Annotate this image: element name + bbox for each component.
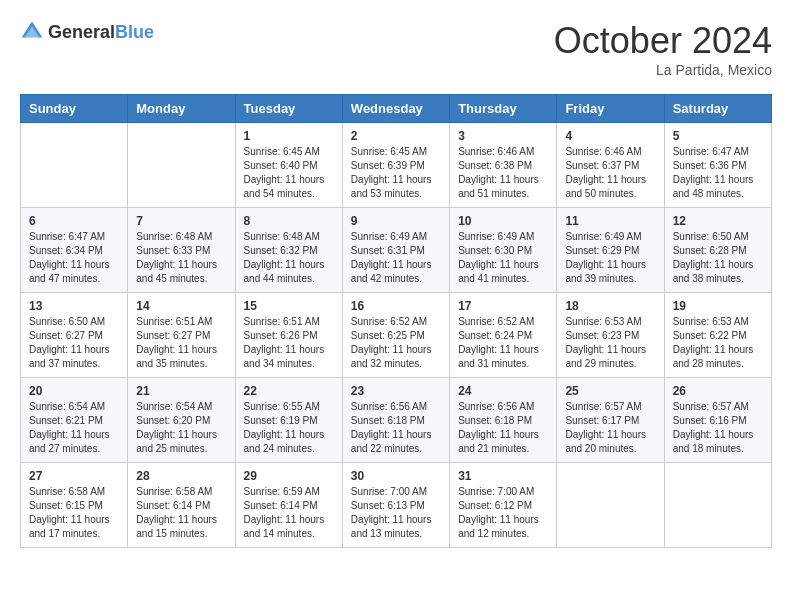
logo-blue-text: Blue [115,22,154,42]
day-info: Sunrise: 6:53 AM Sunset: 6:22 PM Dayligh… [673,315,763,371]
day-number: 7 [136,214,226,228]
day-number: 11 [565,214,655,228]
day-number: 28 [136,469,226,483]
calendar-cell: 1Sunrise: 6:45 AM Sunset: 6:40 PM Daylig… [235,123,342,208]
day-info: Sunrise: 6:48 AM Sunset: 6:33 PM Dayligh… [136,230,226,286]
day-number: 16 [351,299,441,313]
day-number: 3 [458,129,548,143]
day-number: 25 [565,384,655,398]
day-info: Sunrise: 6:47 AM Sunset: 6:36 PM Dayligh… [673,145,763,201]
calendar-cell: 31Sunrise: 7:00 AM Sunset: 6:12 PM Dayli… [450,463,557,548]
calendar-cell: 7Sunrise: 6:48 AM Sunset: 6:33 PM Daylig… [128,208,235,293]
title-block: October 2024 La Partida, Mexico [554,20,772,78]
day-info: Sunrise: 6:53 AM Sunset: 6:23 PM Dayligh… [565,315,655,371]
calendar-cell: 12Sunrise: 6:50 AM Sunset: 6:28 PM Dayli… [664,208,771,293]
weekday-header-wednesday: Wednesday [342,95,449,123]
day-number: 5 [673,129,763,143]
day-number: 26 [673,384,763,398]
logo-general-text: General [48,22,115,42]
weekday-header-row: SundayMondayTuesdayWednesdayThursdayFrid… [21,95,772,123]
day-info: Sunrise: 7:00 AM Sunset: 6:12 PM Dayligh… [458,485,548,541]
calendar-cell: 18Sunrise: 6:53 AM Sunset: 6:23 PM Dayli… [557,293,664,378]
day-info: Sunrise: 6:57 AM Sunset: 6:17 PM Dayligh… [565,400,655,456]
calendar-cell: 23Sunrise: 6:56 AM Sunset: 6:18 PM Dayli… [342,378,449,463]
calendar-cell: 15Sunrise: 6:51 AM Sunset: 6:26 PM Dayli… [235,293,342,378]
day-number: 6 [29,214,119,228]
day-info: Sunrise: 6:54 AM Sunset: 6:20 PM Dayligh… [136,400,226,456]
day-number: 4 [565,129,655,143]
day-number: 21 [136,384,226,398]
day-number: 15 [244,299,334,313]
day-number: 30 [351,469,441,483]
calendar-cell [664,463,771,548]
calendar-cell: 25Sunrise: 6:57 AM Sunset: 6:17 PM Dayli… [557,378,664,463]
day-info: Sunrise: 6:57 AM Sunset: 6:16 PM Dayligh… [673,400,763,456]
calendar-week-row: 6Sunrise: 6:47 AM Sunset: 6:34 PM Daylig… [21,208,772,293]
calendar-cell: 26Sunrise: 6:57 AM Sunset: 6:16 PM Dayli… [664,378,771,463]
day-info: Sunrise: 6:58 AM Sunset: 6:15 PM Dayligh… [29,485,119,541]
calendar-cell: 24Sunrise: 6:56 AM Sunset: 6:18 PM Dayli… [450,378,557,463]
calendar-cell: 4Sunrise: 6:46 AM Sunset: 6:37 PM Daylig… [557,123,664,208]
day-number: 29 [244,469,334,483]
day-number: 22 [244,384,334,398]
weekday-header-friday: Friday [557,95,664,123]
day-info: Sunrise: 6:46 AM Sunset: 6:37 PM Dayligh… [565,145,655,201]
day-info: Sunrise: 6:56 AM Sunset: 6:18 PM Dayligh… [458,400,548,456]
day-info: Sunrise: 6:50 AM Sunset: 6:27 PM Dayligh… [29,315,119,371]
day-number: 9 [351,214,441,228]
day-number: 13 [29,299,119,313]
weekday-header-tuesday: Tuesday [235,95,342,123]
day-number: 23 [351,384,441,398]
day-info: Sunrise: 6:48 AM Sunset: 6:32 PM Dayligh… [244,230,334,286]
page-header: GeneralBlue October 2024 La Partida, Mex… [20,20,772,78]
calendar-body: 1Sunrise: 6:45 AM Sunset: 6:40 PM Daylig… [21,123,772,548]
calendar-week-row: 13Sunrise: 6:50 AM Sunset: 6:27 PM Dayli… [21,293,772,378]
calendar-cell: 2Sunrise: 6:45 AM Sunset: 6:39 PM Daylig… [342,123,449,208]
calendar-cell: 19Sunrise: 6:53 AM Sunset: 6:22 PM Dayli… [664,293,771,378]
day-info: Sunrise: 6:51 AM Sunset: 6:27 PM Dayligh… [136,315,226,371]
calendar-table: SundayMondayTuesdayWednesdayThursdayFrid… [20,94,772,548]
calendar-cell: 29Sunrise: 6:59 AM Sunset: 6:14 PM Dayli… [235,463,342,548]
calendar-header: SundayMondayTuesdayWednesdayThursdayFrid… [21,95,772,123]
day-info: Sunrise: 6:52 AM Sunset: 6:24 PM Dayligh… [458,315,548,371]
calendar-cell: 3Sunrise: 6:46 AM Sunset: 6:38 PM Daylig… [450,123,557,208]
calendar-cell [128,123,235,208]
day-number: 14 [136,299,226,313]
calendar-cell: 27Sunrise: 6:58 AM Sunset: 6:15 PM Dayli… [21,463,128,548]
calendar-cell: 16Sunrise: 6:52 AM Sunset: 6:25 PM Dayli… [342,293,449,378]
calendar-week-row: 27Sunrise: 6:58 AM Sunset: 6:15 PM Dayli… [21,463,772,548]
month-title: October 2024 [554,20,772,62]
day-number: 20 [29,384,119,398]
day-info: Sunrise: 7:00 AM Sunset: 6:13 PM Dayligh… [351,485,441,541]
weekday-header-thursday: Thursday [450,95,557,123]
day-info: Sunrise: 6:54 AM Sunset: 6:21 PM Dayligh… [29,400,119,456]
calendar-cell: 5Sunrise: 6:47 AM Sunset: 6:36 PM Daylig… [664,123,771,208]
calendar-cell: 10Sunrise: 6:49 AM Sunset: 6:30 PM Dayli… [450,208,557,293]
logo-icon [20,20,44,44]
day-info: Sunrise: 6:51 AM Sunset: 6:26 PM Dayligh… [244,315,334,371]
calendar-cell: 20Sunrise: 6:54 AM Sunset: 6:21 PM Dayli… [21,378,128,463]
calendar-cell: 17Sunrise: 6:52 AM Sunset: 6:24 PM Dayli… [450,293,557,378]
day-number: 12 [673,214,763,228]
day-number: 19 [673,299,763,313]
day-info: Sunrise: 6:49 AM Sunset: 6:30 PM Dayligh… [458,230,548,286]
calendar-cell: 11Sunrise: 6:49 AM Sunset: 6:29 PM Dayli… [557,208,664,293]
day-number: 8 [244,214,334,228]
calendar-cell: 28Sunrise: 6:58 AM Sunset: 6:14 PM Dayli… [128,463,235,548]
logo: GeneralBlue [20,20,154,44]
day-number: 17 [458,299,548,313]
calendar-cell: 6Sunrise: 6:47 AM Sunset: 6:34 PM Daylig… [21,208,128,293]
day-number: 1 [244,129,334,143]
day-info: Sunrise: 6:56 AM Sunset: 6:18 PM Dayligh… [351,400,441,456]
calendar-cell: 9Sunrise: 6:49 AM Sunset: 6:31 PM Daylig… [342,208,449,293]
day-number: 10 [458,214,548,228]
calendar-cell [557,463,664,548]
day-info: Sunrise: 6:52 AM Sunset: 6:25 PM Dayligh… [351,315,441,371]
day-info: Sunrise: 6:59 AM Sunset: 6:14 PM Dayligh… [244,485,334,541]
calendar-cell: 8Sunrise: 6:48 AM Sunset: 6:32 PM Daylig… [235,208,342,293]
calendar-cell: 21Sunrise: 6:54 AM Sunset: 6:20 PM Dayli… [128,378,235,463]
calendar-week-row: 20Sunrise: 6:54 AM Sunset: 6:21 PM Dayli… [21,378,772,463]
calendar-cell: 22Sunrise: 6:55 AM Sunset: 6:19 PM Dayli… [235,378,342,463]
day-info: Sunrise: 6:47 AM Sunset: 6:34 PM Dayligh… [29,230,119,286]
calendar-cell: 30Sunrise: 7:00 AM Sunset: 6:13 PM Dayli… [342,463,449,548]
